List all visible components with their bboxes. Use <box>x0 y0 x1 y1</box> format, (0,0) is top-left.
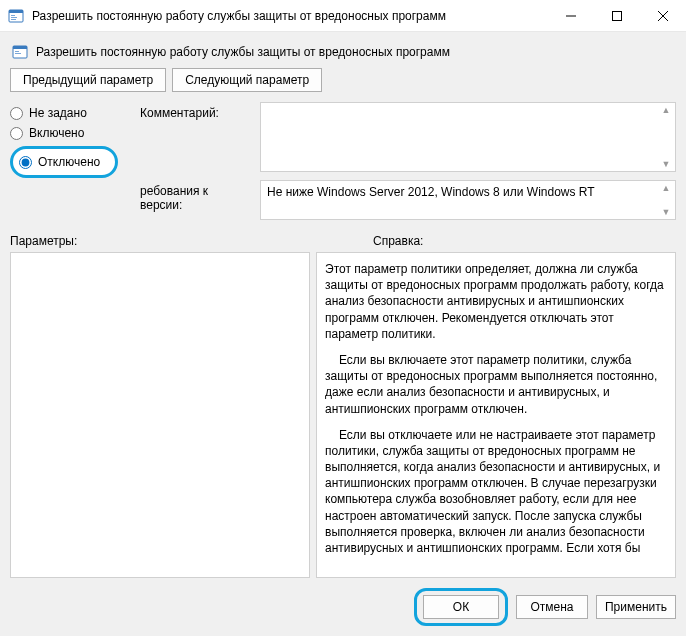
app-icon <box>8 8 24 24</box>
policy-icon <box>12 44 28 60</box>
ok-button[interactable]: ОК <box>423 595 499 619</box>
next-setting-button[interactable]: Следующий параметр <box>172 68 322 92</box>
radio-not-configured[interactable]: Не задано <box>10 106 130 120</box>
radio-enabled[interactable]: Включено <box>10 126 130 140</box>
svg-rect-11 <box>15 51 19 52</box>
minimize-button[interactable] <box>548 0 594 31</box>
radio-disabled-input[interactable] <box>19 156 32 169</box>
footer: ОК Отмена Применить <box>10 578 676 626</box>
comment-box[interactable]: ▲ ▼ <box>260 102 676 172</box>
radio-enabled-input[interactable] <box>10 127 23 140</box>
req-scroll: ▲ ▼ <box>659 183 673 217</box>
svg-rect-3 <box>11 17 17 18</box>
scroll-down-icon[interactable]: ▼ <box>659 159 673 169</box>
nav-row: Предыдущий параметр Следующий параметр <box>10 68 676 92</box>
window-title: Разрешить постоянную работу службы защит… <box>32 9 548 23</box>
svg-line-8 <box>658 11 668 21</box>
close-button[interactable] <box>640 0 686 31</box>
svg-rect-10 <box>13 46 27 49</box>
help-pane: Этот параметр политики определяет, должн… <box>316 252 676 578</box>
comment-scroll: ▲ ▼ <box>659 105 673 169</box>
radio-not-configured-label: Не задано <box>29 106 87 120</box>
panes: Этот параметр политики определяет, должн… <box>10 252 676 578</box>
cancel-button[interactable]: Отмена <box>516 595 588 619</box>
svg-rect-1 <box>9 10 23 13</box>
comment-label: Комментарий: <box>140 102 250 120</box>
help-p1: Этот параметр политики определяет, должн… <box>325 261 667 342</box>
requirements-label: ребования к версии: <box>140 180 250 212</box>
radio-disabled-label: Отключено <box>38 155 100 169</box>
radio-not-configured-input[interactable] <box>10 107 23 120</box>
options-label: Параметры: <box>10 234 343 248</box>
apply-button[interactable]: Применить <box>596 595 676 619</box>
previous-setting-button[interactable]: Предыдущий параметр <box>10 68 166 92</box>
top-grid: Не задано Включено Отключено Комментарий… <box>10 102 676 220</box>
radio-disabled[interactable]: Отключено <box>10 146 118 178</box>
svg-rect-6 <box>613 11 622 20</box>
help-p2: Если вы включаете этот параметр политики… <box>325 352 667 417</box>
svg-rect-12 <box>15 53 21 54</box>
scroll-up-icon[interactable]: ▲ <box>659 105 673 115</box>
policy-header: Разрешить постоянную работу службы защит… <box>10 40 676 68</box>
maximize-button[interactable] <box>594 0 640 31</box>
options-pane <box>10 252 310 578</box>
title-bar: Разрешить постоянную работу службы защит… <box>0 0 686 32</box>
svg-line-7 <box>658 11 668 21</box>
state-radios: Не задано Включено Отключено <box>10 102 130 178</box>
help-p3: Если вы отключаете или не настраиваете э… <box>325 427 667 557</box>
mid-labels: Параметры: Справка: <box>10 234 676 248</box>
help-label: Справка: <box>343 234 676 248</box>
radio-enabled-label: Включено <box>29 126 84 140</box>
svg-rect-2 <box>11 15 15 16</box>
svg-rect-4 <box>11 19 16 20</box>
ok-highlight-wrap: ОК <box>414 588 508 626</box>
scroll-down-icon[interactable]: ▼ <box>659 207 673 217</box>
content-area: Разрешить постоянную работу службы защит… <box>0 32 686 636</box>
window-controls <box>548 0 686 31</box>
policy-subtitle: Разрешить постоянную работу службы защит… <box>36 45 450 59</box>
requirements-text: Не ниже Windows Server 2012, Windows 8 и… <box>267 185 595 199</box>
requirements-box: Не ниже Windows Server 2012, Windows 8 и… <box>260 180 676 220</box>
scroll-up-icon[interactable]: ▲ <box>659 183 673 193</box>
